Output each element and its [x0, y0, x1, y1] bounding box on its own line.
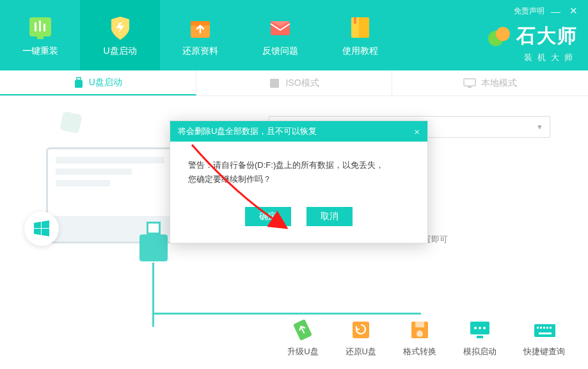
brand-area: 免责声明 — ✕ 石大师 装机大师	[487, 0, 588, 70]
svg-point-22	[417, 331, 423, 337]
svg-rect-9	[359, 17, 369, 38]
tool-upgrade-usb[interactable]: 升级U盘	[287, 319, 318, 357]
tool-label: 还原U盘	[346, 346, 376, 357]
chevron-down-icon: ▼	[536, 123, 543, 131]
svg-rect-3	[44, 24, 45, 31]
dialog-body: 警告：请自行备份(D:F:)盘上的所有数据，以免丢失， 您确定要继续制作吗？	[170, 142, 427, 193]
svg-rect-30	[540, 327, 542, 329]
svg-rect-32	[546, 327, 548, 329]
nav-restore-data[interactable]: 还原资料	[160, 0, 240, 70]
tool-label: 格式转换	[403, 346, 436, 357]
svg-rect-14	[75, 80, 83, 88]
svg-rect-33	[550, 327, 552, 329]
dialog-text-line: 警告：请自行备份(D:F:)盘上的所有数据，以免丢失，	[188, 158, 409, 172]
tool-label: 升级U盘	[287, 346, 318, 357]
svg-point-12	[496, 27, 510, 41]
ok-button[interactable]: 确定	[245, 207, 291, 226]
tool-hotkey-query[interactable]: 快捷键查询	[523, 319, 565, 357]
svg-rect-28	[534, 324, 555, 337]
upload-box-icon	[186, 13, 214, 42]
logo-icon	[487, 24, 511, 49]
nav-label: 使用教程	[342, 45, 378, 57]
tool-sim-boot[interactable]: 模拟启动	[463, 319, 497, 357]
nav-label: U盘启动	[103, 45, 136, 57]
brand-name: 石大师	[516, 23, 578, 49]
svg-rect-15	[270, 79, 279, 88]
dialog-text-line: 您确定要继续制作吗？	[188, 172, 409, 186]
minimize-button[interactable]: —	[551, 6, 560, 17]
svg-rect-31	[543, 327, 545, 329]
svg-point-26	[479, 327, 481, 329]
svg-rect-2	[39, 20, 41, 31]
iso-icon	[269, 78, 280, 89]
nav-reinstall[interactable]: 一键重装	[0, 0, 80, 70]
app-window: 一键重装 U盘启动 还原资料 反馈问题 使用教程	[0, 0, 588, 369]
nav-label: 还原资料	[182, 45, 218, 57]
tab-label: U盘启动	[89, 77, 122, 88]
dialog-header: 将会删除U盘全部数据，且不可以恢复 ×	[170, 121, 427, 142]
nav-feedback[interactable]: 反馈问题	[240, 0, 320, 70]
tab-local-mode[interactable]: 本地模式	[392, 70, 588, 95]
refresh-box-icon	[350, 319, 372, 341]
tab-iso-mode[interactable]: ISO模式	[196, 70, 393, 95]
shield-icon	[106, 13, 134, 42]
tool-format-convert[interactable]: 格式转换	[403, 319, 436, 357]
dialog-title: 将会删除U盘全部数据，且不可以恢复	[178, 126, 317, 137]
monitor-sim-icon	[469, 319, 491, 341]
usb-up-icon	[292, 319, 314, 341]
tab-usb-boot[interactable]: U盘启动	[0, 70, 196, 95]
nav-usb-boot[interactable]: U盘启动	[80, 0, 160, 70]
svg-rect-34	[539, 332, 552, 334]
tool-label: 模拟启动	[463, 346, 497, 357]
keyboard-icon	[534, 319, 555, 341]
svg-rect-13	[77, 78, 81, 80]
svg-rect-17	[468, 86, 472, 88]
disk-icon	[409, 319, 431, 341]
main-nav: 一键重装 U盘启动 还原资料 反馈问题 使用教程	[0, 0, 588, 70]
dialog-footer: 确定 取消	[170, 193, 427, 243]
dialog-close-icon[interactable]: ×	[414, 126, 420, 137]
windows-icon	[24, 211, 59, 246]
usb-plug-icon	[139, 222, 168, 263]
bottom-toolbar: 升级U盘 还原U盘 格式转换 模拟启动 快捷键查询	[0, 308, 588, 369]
svg-rect-24	[477, 336, 483, 338]
titlebar: 免责声明 — ✕	[514, 5, 578, 17]
brand-subtitle: 装机大师	[524, 52, 578, 63]
disclaimer-link[interactable]: 免责声明	[514, 6, 544, 17]
cancel-button[interactable]: 取消	[306, 207, 353, 226]
svg-point-25	[474, 327, 477, 329]
svg-rect-10	[354, 17, 356, 24]
svg-rect-1	[35, 22, 36, 31]
tab-label: ISO模式	[285, 78, 319, 89]
usb-icon	[74, 77, 84, 88]
tool-label: 快捷键查询	[523, 346, 565, 357]
monitor-icon	[463, 78, 476, 88]
logo: 石大师	[487, 23, 578, 49]
svg-rect-19	[353, 322, 369, 338]
svg-point-27	[483, 327, 486, 329]
svg-rect-4	[37, 37, 44, 39]
nav-label: 一键重装	[22, 45, 58, 57]
tool-restore-usb[interactable]: 还原U盘	[346, 319, 376, 357]
nav-tutorial[interactable]: 使用教程	[320, 0, 400, 70]
bars-icon	[26, 13, 54, 42]
illustration	[0, 109, 179, 288]
svg-rect-16	[464, 79, 475, 86]
nav-label: 反馈问题	[262, 45, 298, 57]
mode-tabs: U盘启动 ISO模式 本地模式	[0, 70, 588, 96]
book-icon	[346, 13, 374, 42]
close-button[interactable]: ✕	[569, 5, 578, 17]
svg-rect-29	[537, 327, 539, 329]
tab-label: 本地模式	[481, 78, 517, 89]
confirm-dialog: 将会删除U盘全部数据，且不可以恢复 × 警告：请自行备份(D:F:)盘上的所有数…	[170, 120, 428, 243]
svg-rect-21	[415, 322, 424, 327]
mail-icon	[266, 13, 294, 42]
window-controls: — ✕	[551, 5, 578, 17]
